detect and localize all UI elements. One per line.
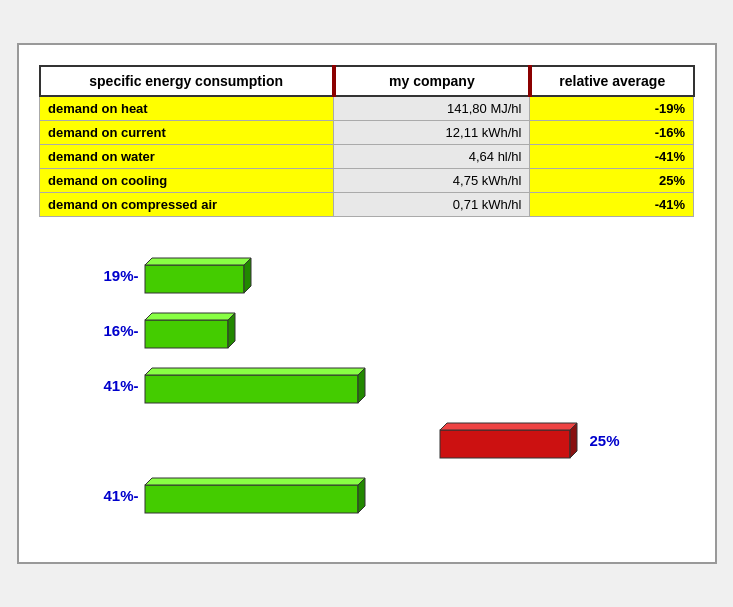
row-value-1: 12,11 kWh/hl — [334, 121, 530, 145]
chart-bar-svg-3 — [439, 422, 578, 459]
row-value-2: 4,64 hl/hl — [334, 145, 530, 169]
svg-marker-11 — [570, 423, 577, 458]
row-relative-3: 25% — [530, 169, 694, 193]
energy-table: specific energy consumption my company r… — [39, 65, 695, 217]
row-value-0: 141,80 MJ/hl — [334, 96, 530, 121]
svg-marker-5 — [228, 313, 235, 348]
row-value-4: 0,71 kWh/hl — [334, 193, 530, 217]
svg-rect-12 — [145, 485, 358, 513]
row-value-3: 4,75 kWh/hl — [334, 169, 530, 193]
table-row: demand on heat141,80 MJ/hl-19% — [40, 96, 694, 121]
row-label-4: demand on compressed air — [40, 193, 334, 217]
row-relative-0: -19% — [530, 96, 694, 121]
svg-rect-6 — [145, 375, 358, 403]
chart-row-2: 41%- — [59, 367, 675, 404]
table-row: demand on compressed air0,71 kWh/hl-41% — [40, 193, 694, 217]
row-relative-2: -41% — [530, 145, 694, 169]
chart-row-4: 41%- — [59, 477, 675, 514]
svg-rect-3 — [145, 320, 228, 348]
col-header-label: specific energy consumption — [40, 66, 334, 96]
chart-label-0: 19%- — [59, 267, 139, 284]
svg-marker-13 — [145, 478, 365, 485]
svg-marker-4 — [145, 313, 235, 320]
col-header-company: my company — [334, 66, 530, 96]
chart-label-2: 41%- — [59, 377, 139, 394]
row-label-2: demand on water — [40, 145, 334, 169]
row-label-0: demand on heat — [40, 96, 334, 121]
table-row: demand on current12,11 kWh/hl-16% — [40, 121, 694, 145]
svg-marker-2 — [244, 258, 251, 293]
main-container: specific energy consumption my company r… — [17, 43, 717, 564]
svg-marker-8 — [358, 368, 365, 403]
svg-marker-10 — [440, 423, 577, 430]
row-relative-1: -16% — [530, 121, 694, 145]
svg-marker-1 — [145, 258, 251, 265]
chart-bar-svg-2 — [144, 367, 366, 404]
svg-marker-7 — [145, 368, 365, 375]
row-relative-4: -41% — [530, 193, 694, 217]
chart-row-3: 25% — [59, 422, 675, 459]
charts-area: 19%-16%-41%-25%41%- — [39, 247, 695, 542]
chart-bar-svg-0 — [144, 257, 252, 294]
chart-bar-svg-4 — [144, 477, 366, 514]
table-row: demand on cooling4,75 kWh/hl25% — [40, 169, 694, 193]
row-label-3: demand on cooling — [40, 169, 334, 193]
chart-label-4: 41%- — [59, 487, 139, 504]
chart-label-1: 16%- — [59, 322, 139, 339]
chart-row-1: 16%- — [59, 312, 675, 349]
table-row: demand on water4,64 hl/hl-41% — [40, 145, 694, 169]
col-header-relative: relative average — [530, 66, 694, 96]
svg-rect-9 — [440, 430, 570, 458]
chart-side-label-3: 25% — [590, 432, 620, 449]
svg-rect-0 — [145, 265, 244, 293]
chart-bar-svg-1 — [144, 312, 236, 349]
row-label-1: demand on current — [40, 121, 334, 145]
chart-row-0: 19%- — [59, 257, 675, 294]
svg-marker-14 — [358, 478, 365, 513]
